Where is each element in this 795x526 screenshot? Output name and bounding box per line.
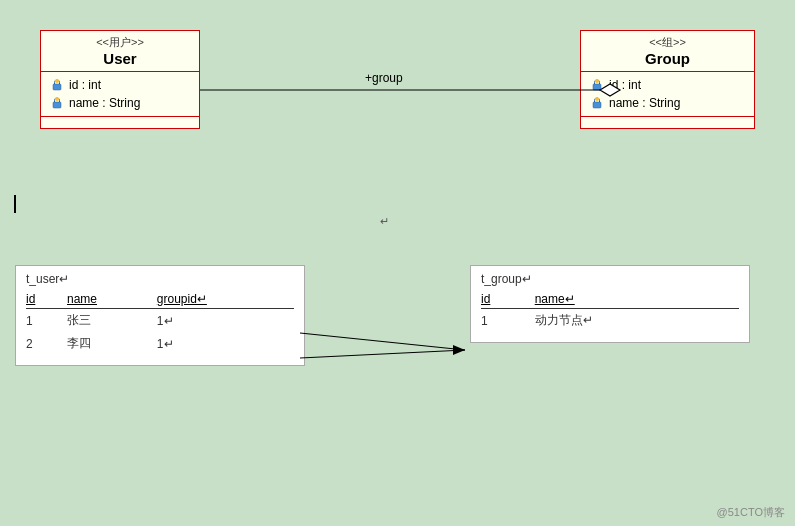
t-user-r2-groupid: 1↵ — [157, 332, 294, 355]
t-user-col-groupid: groupid↵ — [157, 290, 294, 309]
uml-user-footer — [41, 116, 199, 128]
lock-person-icon-2 — [49, 95, 65, 111]
uml-group-id-field: id : int — [609, 78, 641, 92]
cursor-line — [14, 195, 16, 213]
table-row: 1 张三 1↵ — [26, 309, 294, 333]
uml-user-stereotype: <<用户>> — [49, 35, 191, 50]
table-area: t_user↵ id name groupid↵ 1 张三 1↵ 2 李四 1 — [10, 265, 785, 485]
uml-group-footer — [581, 116, 754, 128]
lock-person-icon-1 — [49, 77, 65, 93]
svg-line-10 — [300, 333, 465, 350]
t-group-r1-name: 动力节点↵ — [535, 309, 739, 333]
t-group-header-row: id name↵ — [481, 290, 739, 309]
uml-group-body: id : int name : String — [581, 72, 754, 116]
relation-label: +group — [365, 71, 403, 85]
watermark: @51CTO博客 — [717, 505, 785, 520]
t-group-col-name: name↵ — [535, 290, 739, 309]
t-user-header-row: id name groupid↵ — [26, 290, 294, 309]
t-user-col-name: name — [67, 290, 157, 309]
svg-rect-2 — [53, 102, 61, 108]
svg-marker-12 — [453, 345, 465, 355]
t-group-col-id: id — [481, 290, 535, 309]
t-user-r1-id: 1 — [26, 309, 67, 333]
uml-group-header: <<组>> Group — [581, 31, 754, 72]
uml-group-field-name: name : String — [589, 94, 746, 112]
table-row: 2 李四 1↵ — [26, 332, 294, 355]
t-group-title: t_group↵ — [481, 272, 739, 286]
t-user-r1-groupid: 1↵ — [157, 309, 294, 333]
uml-class-group: <<组>> Group id : int — [580, 30, 755, 129]
t-user-r1-name: 张三 — [67, 309, 157, 333]
t-group-table: t_group↵ id name↵ 1 动力节点↵ — [470, 265, 750, 343]
t-user-grid: id name groupid↵ 1 张三 1↵ 2 李四 1↵ — [26, 290, 294, 355]
t-user-r2-id: 2 — [26, 332, 67, 355]
uml-user-id-field: id : int — [69, 78, 101, 92]
uml-user-field-name: name : String — [49, 94, 191, 112]
svg-rect-6 — [593, 102, 601, 108]
uml-user-classname: User — [49, 50, 191, 67]
uml-diagram-area: <<用户>> User id : int — [10, 10, 785, 240]
t-group-grid: id name↵ 1 动力节点↵ — [481, 290, 739, 332]
lock-person-icon-4 — [589, 95, 605, 111]
uml-class-user: <<用户>> User id : int — [40, 30, 200, 129]
uml-user-header: <<用户>> User — [41, 31, 199, 72]
t-user-r2-name: 李四 — [67, 332, 157, 355]
uml-group-field-id: id : int — [589, 76, 746, 94]
uml-group-name-field: name : String — [609, 96, 680, 110]
uml-user-body: id : int name : String — [41, 72, 199, 116]
t-user-title: t_user↵ — [26, 272, 294, 286]
uml-user-name-field: name : String — [69, 96, 140, 110]
t-user-col-id: id — [26, 290, 67, 309]
uml-user-field-id: id : int — [49, 76, 191, 94]
t-user-table: t_user↵ id name groupid↵ 1 张三 1↵ 2 李四 1 — [15, 265, 305, 366]
uml-group-classname: Group — [589, 50, 746, 67]
lock-person-icon-3 — [589, 77, 605, 93]
svg-line-11 — [300, 350, 465, 358]
return-indicator: ↵ — [380, 215, 389, 228]
t-group-r1-id: 1 — [481, 309, 535, 333]
table-row: 1 动力节点↵ — [481, 309, 739, 333]
svg-rect-0 — [53, 84, 61, 90]
uml-group-stereotype: <<组>> — [589, 35, 746, 50]
svg-rect-4 — [593, 84, 601, 90]
